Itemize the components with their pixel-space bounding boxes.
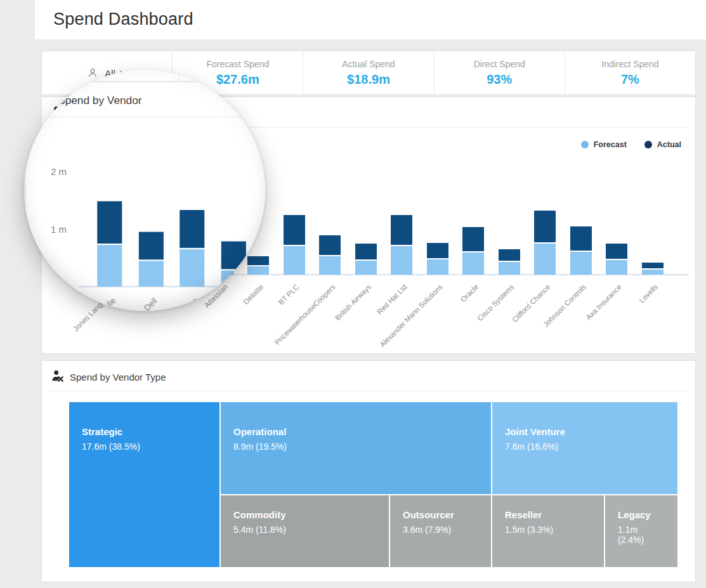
bar-segment-forecast[interactable]: [284, 246, 305, 275]
treemap-cell-name: Outsourcer: [403, 509, 478, 520]
vendor-bar-chart: 0 m1 m2 mJones Lang LasalleDellLenovoAtl…: [42, 97, 695, 353]
bar-segment-actual[interactable]: [212, 235, 233, 259]
x-axis-label-text: Axa Insurance: [585, 283, 623, 321]
x-axis-label-text: Lovells: [637, 283, 659, 304]
bar-segment-forecast[interactable]: [606, 260, 627, 275]
bar-segment-actual[interactable]: [499, 249, 520, 261]
section-title-spend-by-vendor-type: Spend by Vendor Type: [70, 372, 166, 382]
bar-segment-actual[interactable]: [247, 256, 269, 265]
kpi-forecast-spend: Forecast Spend $27.6m: [173, 51, 303, 95]
y-axis-label: 0 m: [42, 270, 77, 279]
treemap-cell-commodity[interactable]: Commodity5.4m (11.8%): [221, 495, 389, 567]
x-axis-label-text: PricewaterhouseCoopers: [273, 283, 337, 346]
bar-segment-forecast[interactable]: [140, 252, 162, 275]
vendor-type-tools-icon: [51, 369, 65, 383]
bar-segment-forecast[interactable]: [499, 262, 520, 275]
x-axis-label-text: Clifford Chance: [511, 283, 551, 323]
treemap-cell-value: 8.9m (19.5%): [233, 441, 478, 452]
bar-segment-actual[interactable]: [534, 211, 556, 242]
bar-segment-actual[interactable]: [391, 215, 412, 245]
treemap-cell-value: 17.6m (38.5%): [82, 441, 207, 452]
bar-segment-forecast[interactable]: [534, 244, 556, 275]
spend-by-vendor-card: Spend by Vendor Forecast Actual 0 m1 m2 …: [41, 96, 696, 354]
bar-segment-forecast[interactable]: [176, 242, 197, 275]
bar-segment-forecast[interactable]: [642, 270, 664, 275]
x-axis-label-text: BT PLC: [277, 283, 301, 306]
bar-segment-actual[interactable]: [642, 263, 664, 268]
vendor-type-treemap: Strategic17.6m (38.5%)Operational8.9m (1…: [69, 402, 677, 567]
bar-segment-actual[interactable]: [319, 235, 341, 255]
treemap-cell-outsourcer[interactable]: Outsourcer3.6m (7.9%): [390, 495, 491, 567]
bar-segment-actual[interactable]: [570, 226, 592, 251]
treemap-cell-legacy[interactable]: Legacy1.1m (2.4%): [605, 495, 677, 567]
treemap-cell-joint-venture[interactable]: Joint Venture7.6m (16.6%): [492, 402, 677, 494]
bar-segment-forecast[interactable]: [247, 266, 269, 275]
x-axis-label-text: Dell: [143, 283, 157, 297]
kpi-indirect-spend: Indirect Spend 7%: [565, 51, 695, 95]
bar-segment-forecast[interactable]: [104, 238, 126, 275]
bar-segment-actual[interactable]: [284, 215, 305, 245]
kpi-value: 7%: [621, 72, 639, 87]
treemap-cell-name: Commodity: [233, 509, 376, 520]
bar-segment-actual[interactable]: [140, 227, 162, 251]
kpi-strip: All Forecast Spend $27.6m Actual Spend $…: [41, 51, 696, 95]
x-axis-label-text: Red Hat Ltd: [376, 283, 409, 316]
bar-segment-forecast[interactable]: [212, 261, 233, 275]
x-axis-label-text: Atlassian: [202, 283, 228, 309]
kpi-label: Actual Spend: [342, 59, 395, 69]
x-axis-label-text: Deloitte: [242, 283, 265, 306]
treemap-cell-name: Legacy: [618, 509, 665, 520]
bar-segment-actual[interactable]: [606, 244, 627, 259]
bar-segment-forecast[interactable]: [355, 261, 377, 275]
treemap-cell-value: 3.6m (7.9%): [403, 525, 478, 535]
bar-segment-actual[interactable]: [176, 208, 197, 241]
kpi-actual-spend: Actual Spend $18.9m: [303, 51, 434, 95]
treemap-cell-value: 7.6m (16.6%): [505, 441, 665, 452]
kpi-direct-spend: Direct Spend 93%: [435, 51, 565, 95]
kpi-label: Direct Spend: [474, 59, 525, 69]
x-axis-label-text: British Airways: [334, 283, 372, 322]
bar-segment-actual[interactable]: [104, 200, 126, 237]
treemap-cell-value: 1.1m (2.4%): [618, 525, 665, 545]
y-axis-label: 2 m: [42, 170, 77, 180]
bar-segment-actual[interactable]: [355, 244, 377, 259]
kpi-value: 93%: [487, 72, 512, 87]
treemap-cell-name: Operational: [233, 426, 478, 437]
vendor-filter-label: All: [105, 68, 115, 79]
treemap-cell-value: 1.5m (3.3%): [505, 525, 591, 535]
kpi-label: Forecast Spend: [206, 59, 269, 69]
treemap-cell-strategic[interactable]: Strategic17.6m (38.5%): [69, 402, 219, 567]
bar-segment-forecast[interactable]: [427, 259, 448, 275]
spend-dashboard-page: Spend Dashboard All Forecast Spend $27.6…: [0, 0, 706, 588]
bar-segment-forecast[interactable]: [391, 246, 412, 275]
bar-segment-forecast[interactable]: [570, 252, 592, 275]
bar-segment-actual[interactable]: [462, 227, 484, 251]
treemap-cell-name: Strategic: [82, 426, 207, 437]
treemap-cell-name: Joint Venture: [505, 426, 665, 437]
x-axis-label-text: Alexander Mann Solutions: [379, 283, 444, 348]
page-title: Spend Dashboard: [53, 10, 193, 29]
chevron-down-icon: [120, 67, 129, 76]
x-axis-label-text: Oracle: [459, 283, 480, 303]
section-divider: [49, 391, 688, 391]
treemap-cell-value: 5.4m (11.8%): [233, 525, 376, 535]
spend-by-vendor-type-card: Spend by Vendor Type Strategic17.6m (38.…: [41, 360, 696, 582]
bar-segment-forecast[interactable]: [319, 256, 341, 275]
x-axis-label-text: Jones Lang Lasalle: [72, 283, 122, 333]
person-outline-icon: [86, 67, 99, 79]
bar-segment-forecast[interactable]: [462, 252, 484, 275]
x-axis-label-text: Cisco Systems: [476, 283, 516, 322]
y-axis-label: 1 m: [42, 220, 77, 230]
treemap-cell-operational[interactable]: Operational8.9m (19.5%): [221, 402, 491, 494]
x-axis-label-text: Lenovo: [171, 283, 193, 305]
kpi-label: Indirect Spend: [601, 59, 658, 69]
kpi-value: $18.9m: [347, 72, 390, 87]
kpi-value: $27.6m: [216, 72, 259, 87]
treemap-cell-reseller[interactable]: Reseller1.5m (3.3%): [492, 495, 604, 567]
bar-segment-actual[interactable]: [427, 243, 448, 258]
vendor-filter-dropdown[interactable]: All: [42, 51, 173, 95]
treemap-cell-name: Reseller: [505, 509, 591, 520]
top-header-bar: Spend Dashboard: [35, 0, 706, 39]
